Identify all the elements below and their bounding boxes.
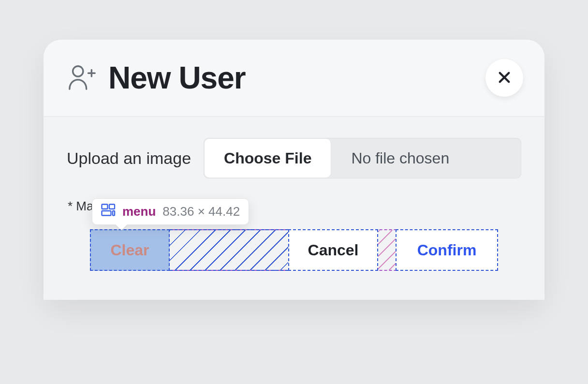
button-row-flex-inspect: menu 83.36 × 44.42 Clear Cancel Confirm	[90, 229, 498, 271]
upload-section: Upload an image Choose File No file chos…	[44, 116, 544, 300]
new-user-dialog: New User Upload an image Choose File No …	[44, 40, 544, 300]
upload-row: Upload an image Choose File No file chos…	[67, 138, 521, 178]
close-icon	[497, 70, 512, 87]
tooltip-dimensions: 83.36 × 44.42	[162, 204, 240, 219]
cancel-button[interactable]: Cancel	[288, 229, 378, 271]
svg-rect-5	[102, 205, 108, 209]
svg-rect-7	[102, 211, 111, 216]
file-status-text: No file chosen	[332, 138, 521, 178]
confirm-button[interactable]: Confirm	[396, 229, 498, 271]
person-plus-icon	[67, 63, 97, 93]
close-button[interactable]	[485, 59, 523, 97]
clear-button[interactable]: Clear	[90, 229, 170, 271]
svg-rect-8	[113, 211, 115, 216]
flex-spacer	[170, 229, 288, 271]
svg-point-0	[73, 66, 83, 76]
tooltip-element-tag: menu	[122, 204, 156, 219]
file-input[interactable]: Choose File No file chosen	[204, 138, 521, 178]
choose-file-button[interactable]: Choose File	[205, 139, 331, 177]
flex-layout-icon	[101, 204, 116, 220]
dialog-title: New User	[108, 60, 246, 96]
flex-gap-indicator	[378, 230, 396, 270]
upload-label: Upload an image	[67, 149, 191, 168]
devtools-tooltip: menu 83.36 × 44.42	[92, 198, 249, 225]
dialog-header: New User	[44, 40, 544, 116]
svg-rect-6	[109, 205, 115, 209]
